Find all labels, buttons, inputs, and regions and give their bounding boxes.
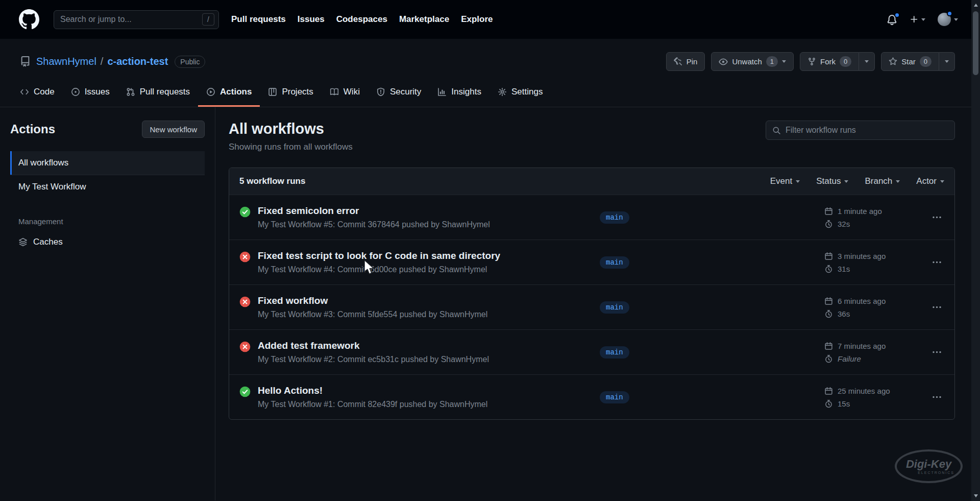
fork-dropdown-button[interactable] (859, 52, 875, 71)
tab-projects[interactable]: Projects (260, 78, 321, 107)
actions-sidebar: Actions New workflow All workflows My Te… (0, 107, 215, 500)
run-options-button[interactable] (930, 256, 943, 269)
global-nav-link[interactable]: Explore (461, 14, 493, 25)
branch-badge[interactable]: main (600, 391, 629, 403)
sidebar-item-all-workflows[interactable]: All workflows (10, 151, 205, 175)
tab-insights[interactable]: Insights (429, 78, 489, 107)
global-nav-link[interactable]: Issues (298, 14, 325, 25)
run-title-link[interactable]: Added test framework (258, 340, 489, 351)
management-section-label: Management (10, 217, 205, 226)
vertical-scrollbar[interactable] (971, 0, 980, 501)
run-title-link[interactable]: Fixed workflow (258, 295, 487, 306)
user-menu-button[interactable] (938, 13, 958, 26)
global-search-input[interactable] (60, 15, 202, 24)
scrollbar-thumb[interactable] (973, 11, 978, 75)
run-duration: 15s (838, 399, 850, 408)
run-duration: 32s (838, 220, 850, 228)
calendar-icon (824, 297, 833, 305)
filter-workflow-runs-input[interactable] (786, 126, 948, 135)
runs-filter-button[interactable]: Event (770, 176, 800, 186)
run-title-link[interactable]: Hello Actions! (258, 385, 487, 396)
tab-issues[interactable]: Issues (63, 78, 118, 107)
create-new-button[interactable] (910, 15, 925, 24)
issue-icon (71, 87, 80, 97)
sidebar-item-my-test-workflow[interactable]: My Test Workflow (10, 175, 205, 199)
repo-tab-bar: Code Issues Pull requests Actions Projec… (0, 78, 971, 107)
tab-security[interactable]: Security (368, 78, 429, 107)
github-header: / Pull requests Issues Codespaces Market… (0, 0, 971, 39)
run-options-button[interactable] (930, 391, 943, 403)
stopwatch-icon (824, 220, 833, 228)
workflow-run-row: Fixed workflow My Test Workflow #3: Comm… (229, 284, 954, 329)
run-branch-cell: main (600, 256, 824, 269)
star-icon (889, 57, 897, 66)
tab-code[interactable]: Code (12, 78, 63, 107)
calendar-icon (824, 342, 833, 350)
global-nav-link[interactable]: Pull requests (231, 14, 286, 25)
branch-badge[interactable]: main (600, 256, 629, 269)
run-options-button[interactable] (930, 346, 943, 359)
tab-actions[interactable]: Actions (198, 78, 260, 107)
global-nav-link[interactable]: Codespaces (336, 14, 387, 25)
branch-badge[interactable]: main (600, 211, 629, 224)
repo-name-link[interactable]: c-action-test (107, 56, 168, 67)
filter-workflow-runs-box[interactable] (766, 121, 955, 140)
selected-accent-bar (10, 151, 12, 175)
scroll-down-arrow[interactable] (971, 492, 980, 500)
chevron-down-icon (896, 180, 900, 183)
run-status-icon (239, 386, 251, 397)
notifications-button[interactable] (887, 14, 897, 25)
run-time: 6 minutes ago (838, 297, 886, 305)
sidebar-item-caches[interactable]: Caches (10, 231, 205, 253)
search-icon (772, 126, 781, 135)
pin-button[interactable]: Pin (666, 52, 705, 71)
run-title-link[interactable]: Fixed semicolon error (258, 205, 490, 217)
tab-pull-requests[interactable]: Pull requests (118, 78, 198, 107)
code-icon (20, 87, 29, 97)
x-circle-icon (239, 341, 251, 352)
star-button[interactable]: Star 0 (881, 52, 939, 71)
runs-header: 5 workflow runs Event Status (229, 168, 954, 195)
global-search[interactable]: / (54, 10, 219, 29)
run-duration: Failure (838, 354, 861, 363)
workflow-run-row: Added test framework My Test Workflow #2… (229, 329, 954, 374)
run-timing: 3 minutes ago 31s (824, 252, 929, 273)
branch-badge[interactable]: main (600, 346, 629, 359)
tab-settings[interactable]: Settings (489, 78, 551, 107)
runs-filter-button[interactable]: Branch (865, 176, 900, 186)
github-mark-icon (19, 9, 39, 30)
chevron-down-icon (945, 60, 949, 63)
run-timing: 1 minute ago 32s (824, 207, 929, 228)
runs-filter-button[interactable]: Status (816, 176, 848, 186)
fork-count: 0 (840, 56, 851, 67)
repo-owner-link[interactable]: ShawnHymel (36, 56, 96, 67)
sidebar-title: Actions (10, 122, 55, 136)
eye-icon (719, 57, 728, 66)
tab-wiki[interactable]: Wiki (322, 78, 368, 107)
kebab-icon (932, 347, 942, 357)
kebab-icon (932, 392, 942, 402)
run-status-icon (239, 341, 251, 352)
avatar-notification-indicator (947, 11, 952, 16)
plus-icon (910, 15, 919, 24)
visibility-badge: Public (175, 56, 205, 68)
run-options-button[interactable] (930, 211, 943, 224)
unwatch-button[interactable]: Unwatch 1 (711, 52, 794, 71)
header-actions (887, 13, 958, 26)
run-duration: 31s (838, 265, 850, 273)
run-status-icon (239, 206, 251, 218)
scroll-up-arrow[interactable] (971, 1, 980, 9)
star-dropdown-button[interactable] (939, 52, 955, 71)
new-workflow-button[interactable]: New workflow (142, 121, 205, 138)
run-options-button[interactable] (930, 301, 943, 314)
pull-request-icon (126, 87, 135, 97)
branch-badge[interactable]: main (600, 301, 629, 314)
page-title: All workflows (229, 121, 353, 137)
github-logo[interactable] (19, 9, 39, 30)
search-shortcut-key: / (202, 13, 214, 26)
fork-button[interactable]: Fork 0 (800, 52, 859, 71)
run-title-link[interactable]: Fixed test script to look for C code in … (258, 250, 500, 261)
global-nav-link[interactable]: Marketplace (399, 14, 449, 25)
runs-filter-button[interactable]: Actor (916, 176, 944, 186)
workflow-run-row: Fixed semicolon error My Test Workflow #… (229, 195, 954, 240)
